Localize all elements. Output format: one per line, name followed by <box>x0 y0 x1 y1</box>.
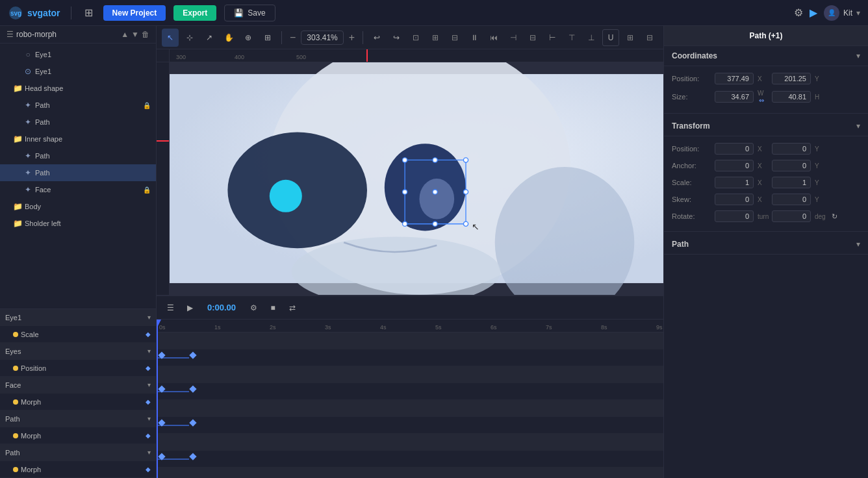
align-top-icon[interactable]: ⊤ <box>563 29 580 46</box>
timeline-tracks-right[interactable]: 0s 1s 2s 3s 4s 5s 6s 7s 8s 9s 10s 11s <box>157 320 663 478</box>
layer-path2[interactable]: ✦ Path <box>0 114 156 131</box>
node-tool[interactable]: ⊹ <box>181 29 198 47</box>
path-section-header[interactable]: Path ▾ <box>664 234 868 255</box>
layer-path1[interactable]: ✦ Path 🔒 <box>0 97 156 114</box>
project-name-row: ☰ robo-morph ▲ ▼ 🗑 <box>0 26 156 44</box>
rotate-direction-icon[interactable]: ↻ <box>832 212 837 221</box>
keyframe-diamond-end[interactable] <box>189 385 196 392</box>
tl-track-morph1[interactable]: Morph ◆ <box>0 394 156 410</box>
keyframe-diamond-end[interactable] <box>189 419 196 426</box>
timeline-play-button[interactable]: ▶ <box>183 301 197 315</box>
transform-scale-x[interactable]: 1 <box>715 177 754 188</box>
zoom-in-button[interactable]: + <box>346 32 357 44</box>
ruler-icon[interactable]: ⊟ <box>446 29 463 46</box>
tl-keyframe-row-face <box>157 400 663 417</box>
svg-point-14 <box>403 190 407 194</box>
zoom-tool[interactable]: ⊕ <box>240 29 257 47</box>
layer-path4[interactable]: ✦ Path <box>0 164 156 181</box>
tl-track-eye1[interactable]: Eye1 ▾ <box>0 309 156 326</box>
timeline-stop-icon[interactable]: ■ <box>266 301 280 315</box>
layer-face[interactable]: ✦ Face 🔒 <box>0 181 156 198</box>
transform-pos-x[interactable]: 0 <box>715 143 754 155</box>
position-y-input[interactable]: 201.25 <box>772 73 811 84</box>
transform-scale-row: Scale: 1 X 1 Y <box>664 174 868 191</box>
diamond-icon: ◆ <box>146 331 151 338</box>
layout-icon[interactable]: ⊟ <box>641 29 658 46</box>
tl-track-path2[interactable]: Path ▾ <box>0 444 156 461</box>
tl-keyframe-row-position <box>157 383 663 400</box>
pause-icon[interactable]: ⏸ <box>466 29 483 46</box>
size-w-input[interactable]: 34.67 <box>715 91 754 103</box>
transform-skew-y[interactable]: 0 <box>772 194 811 205</box>
keyframe-diamond-end[interactable] <box>189 351 196 359</box>
layer-path3[interactable]: ✦ Path <box>0 147 156 164</box>
layer-shoulder[interactable]: 📁 Sholder left <box>0 215 156 232</box>
tl-track-scale[interactable]: Scale ◆ <box>0 326 156 343</box>
y-label: Y <box>815 179 825 186</box>
zoom-level-display[interactable]: 303.41% <box>301 31 343 45</box>
settings-icon[interactable]: ⚙ <box>794 6 803 19</box>
layer-body[interactable]: 📁 Body <box>0 198 156 215</box>
align-center-icon[interactable]: ⊟ <box>524 29 541 46</box>
hand-tool[interactable]: ✋ <box>220 29 237 47</box>
user-menu[interactable]: 👤 Kit ▾ <box>824 5 860 21</box>
timeline-menu-icon[interactable]: ☰ <box>163 301 177 315</box>
step-back-icon[interactable]: ⏮ <box>485 29 502 46</box>
underline-icon[interactable]: U <box>602 29 619 46</box>
avatar: 👤 <box>824 5 839 21</box>
tl-track-path1[interactable]: Path ▾ <box>0 410 156 427</box>
save-button[interactable]: 💾 Save <box>224 5 275 21</box>
layer-eye1a[interactable]: ○ Eye1 <box>0 46 156 63</box>
transform-anc-x[interactable]: 0 <box>715 160 754 171</box>
new-project-button[interactable]: New Project <box>103 5 166 21</box>
layer-innershape[interactable]: 📁 Inner shape <box>0 131 156 147</box>
export-button[interactable]: Export <box>173 5 216 21</box>
direct-select-tool[interactable]: ↗ <box>201 29 218 47</box>
tl-track-eyes[interactable]: Eyes ▾ <box>0 343 156 360</box>
layer-headshape[interactable]: 📁 Head shape <box>0 80 156 97</box>
transform-rotate-val2[interactable]: 0 <box>772 210 811 222</box>
transform-anc-y[interactable]: 0 <box>772 160 811 171</box>
transform-icon[interactable]: ⊞ <box>622 29 639 46</box>
snap-icon[interactable]: ⊡ <box>407 29 424 46</box>
coordinates-section-header[interactable]: Coordinates ▾ <box>664 46 868 66</box>
grid-view-icon[interactable]: ⊞ <box>82 4 96 21</box>
transform-skew-x[interactable]: 0 <box>715 194 754 205</box>
grid-icon[interactable]: ⊞ <box>427 29 444 46</box>
chevron-down-icon: ▾ <box>147 347 151 355</box>
transform-pos-y[interactable]: 0 <box>772 143 811 155</box>
keyframe-dot <box>13 399 18 405</box>
transform-rotate-val[interactable]: 0 <box>715 210 754 222</box>
canvas-viewport[interactable]: ↖ <box>170 62 663 295</box>
position-x-input[interactable]: 377.49 <box>715 73 754 84</box>
undo-button[interactable]: ↩ <box>368 29 385 47</box>
sort-asc-icon[interactable]: ▲ <box>121 30 129 39</box>
properties-panel-title: Path (+1) <box>664 26 868 46</box>
menu-icon[interactable]: ☰ <box>6 30 14 39</box>
playhead-timeline <box>157 320 158 478</box>
timeline-loop-icon[interactable]: ⇄ <box>285 301 300 315</box>
crop-tool[interactable]: ⊞ <box>259 29 276 47</box>
tl-track-position[interactable]: Position ◆ <box>0 360 156 377</box>
transform-section-header[interactable]: Transform ▾ <box>664 116 868 136</box>
timeline-settings-icon[interactable]: ⚙ <box>246 301 261 315</box>
tl-track-morph2[interactable]: Morph ◆ <box>0 427 156 444</box>
size-h-input[interactable]: 40.81 <box>772 91 811 103</box>
redo-button[interactable]: ↪ <box>388 29 405 47</box>
vertical-ruler: 200 <box>157 62 170 295</box>
zoom-out-button[interactable]: − <box>287 32 298 44</box>
play-icon[interactable]: ▶ <box>810 6 817 19</box>
layer-eye1b[interactable]: ⊙ Eye1 <box>0 63 156 80</box>
select-tool[interactable]: ↖ <box>162 29 179 47</box>
sort-desc-icon[interactable]: ▼ <box>131 30 139 39</box>
align-right-icon[interactable]: ⊢ <box>544 29 561 46</box>
chevron-down-icon: ▾ <box>856 8 860 18</box>
align-middle-icon[interactable]: ⊥ <box>583 29 600 46</box>
tl-track-morph3[interactable]: Morph ◆ <box>0 461 156 478</box>
layer-name-path2: Path <box>35 118 151 126</box>
delete-icon[interactable]: 🗑 <box>142 30 149 39</box>
tl-track-face[interactable]: Face ▾ <box>0 377 156 394</box>
transform-scale-y[interactable]: 1 <box>772 177 811 188</box>
align-left-icon[interactable]: ⊣ <box>505 29 522 46</box>
keyframe-diamond-end[interactable] <box>189 453 196 460</box>
